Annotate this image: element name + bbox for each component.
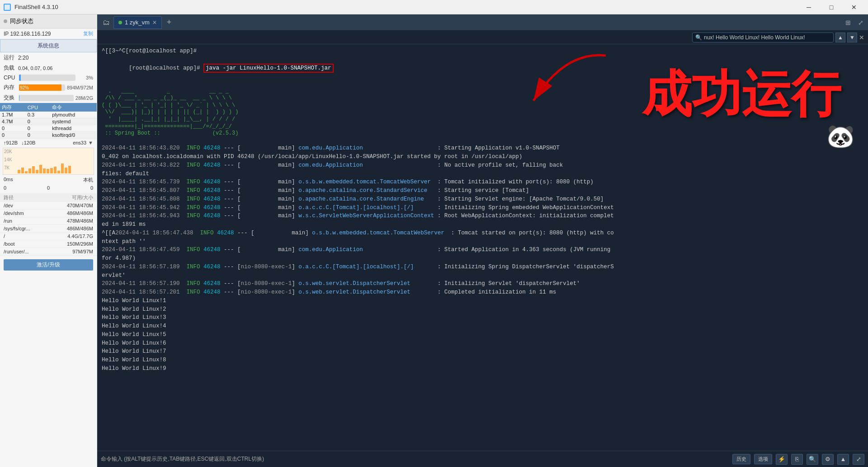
- term-cmd-line: [root@localhost app]# java -jar LinuxHel…: [102, 56, 863, 81]
- copy-icon-button[interactable]: ⎘: [791, 454, 803, 465]
- ping-location: 本机: [83, 177, 93, 183]
- disk-path: /dev: [4, 203, 13, 208]
- expand-icon-button[interactable]: ⤢: [853, 454, 864, 465]
- mem-bar: 92%: [19, 84, 61, 91]
- terminal-content[interactable]: ^[[3~^C[root@localhost app]# [root@local…: [97, 44, 868, 451]
- term-line: ^[[3~^C[root@localhost app]#: [102, 47, 863, 56]
- net-chevron[interactable]: ▼: [88, 140, 93, 145]
- hello-output: Hello World Linux!1 Hello World Linux!2 …: [102, 297, 863, 373]
- disk-avail: 486M/486M: [67, 210, 93, 216]
- ping-val-0: 0: [4, 185, 6, 191]
- proc-header-mem: 内存: [0, 103, 26, 112]
- app-icon: [4, 4, 11, 11]
- maximize-terminal-button[interactable]: ⤢: [855, 17, 866, 28]
- command-input[interactable]: [268, 456, 729, 462]
- tab-connection-dot: [118, 21, 122, 24]
- disk-header-avail: 可用/大小: [72, 194, 93, 201]
- upgrade-button[interactable]: 激活/升级: [4, 259, 93, 271]
- net-up: ↑912B: [4, 140, 18, 145]
- close-button[interactable]: ✕: [844, 0, 864, 14]
- search-bar: 🔍 ▲ ▼ ✕: [97, 31, 868, 44]
- proc-header-cpu: CPU: [26, 103, 51, 112]
- log-line-1: 2024-04-11 18:56:43.820 INFO 46248 --- […: [102, 144, 863, 153]
- log-cont-2: ntext path '': [102, 238, 863, 246]
- disk-row: /dev470M/470M: [0, 202, 97, 210]
- disk-path: /run: [4, 218, 12, 224]
- log-line-8: 2024-04-11 18:56:45.942 INFO 46248 --- […: [102, 204, 863, 212]
- process-row: 4.7M0systemd: [0, 118, 97, 125]
- proc-cmd: kthreadd: [50, 125, 97, 132]
- sidebar: 同步状态 IP 192.168.116.129 复制 系统信息 运行 2:20 …: [0, 14, 97, 467]
- cmd-label: 命令输入 (按ALT键提示历史,TAB键路径,ESC键返回,双击CTRL切换): [101, 455, 264, 463]
- search-icon-button[interactable]: 🔍: [807, 454, 818, 465]
- disk-avail: 470M/470M: [67, 203, 93, 208]
- proc-cpu: 0: [26, 125, 51, 132]
- tab-label: 1 zyk_vm: [125, 19, 150, 26]
- disk-row: /sys/fs/cgr...486M/486M: [0, 225, 97, 233]
- net-bar: [25, 171, 28, 173]
- proc-cmd: systemd: [50, 118, 97, 125]
- terminal-controls: ⊞ ⤢: [843, 17, 866, 28]
- mem-bar-container: 92%: [19, 84, 65, 91]
- disk-row: /boot150M/296M: [0, 240, 97, 248]
- bolt-icon-button[interactable]: ⚡: [776, 454, 788, 465]
- svg-rect-0: [5, 5, 10, 10]
- grid-layout-button[interactable]: ⊞: [843, 17, 854, 28]
- net-bar: [50, 168, 53, 173]
- proc-mem: 0: [0, 125, 26, 132]
- term-command-highlight: java -jar LinuxHello-1.0-SNAPSHOT.jar: [203, 64, 334, 73]
- net-graph: 20K 14K 7K: [3, 148, 94, 175]
- app-title: FinalShell 4.3.10: [14, 4, 58, 10]
- load-label: 负载: [4, 64, 14, 72]
- disk-avail: 97M/97M: [72, 249, 93, 254]
- ping-val-2: 0: [90, 185, 93, 191]
- net-interface: ens33: [73, 140, 86, 145]
- tab-close-button[interactable]: ✕: [152, 19, 157, 26]
- disk-avail: 486M/486M: [67, 226, 93, 231]
- mem-pct: 92%: [19, 85, 29, 90]
- swap-bar-container: [19, 95, 74, 101]
- maximize-button[interactable]: □: [821, 0, 842, 14]
- search-prev-button[interactable]: ▲: [835, 33, 845, 42]
- disk-path: /sys/fs/cgr...: [4, 226, 30, 231]
- uptime-label: 运行: [4, 54, 14, 61]
- load-row: 负载 0.04, 0.07, 0.06: [0, 63, 97, 73]
- settings-icon-button[interactable]: ⚙: [822, 454, 834, 465]
- ping-values-row: 0 0 0: [0, 184, 97, 191]
- up-icon-button[interactable]: ▲: [837, 454, 849, 465]
- tab-home-button[interactable]: 🗂: [99, 16, 113, 29]
- net-bar: [68, 166, 71, 173]
- add-tab-button[interactable]: +: [164, 17, 175, 28]
- sysinfo-button[interactable]: 系统信息: [0, 39, 97, 52]
- log-line-5: 2024-04-11 18:56:45.739 INFO 46248 --- […: [102, 178, 863, 187]
- minimize-button[interactable]: ─: [798, 0, 819, 14]
- disk-row: /4.4G/17.7G: [0, 233, 97, 240]
- net-bar: [36, 170, 38, 173]
- active-tab[interactable]: 1 zyk_vm ✕: [113, 16, 162, 29]
- ip-address: IP 192.168.116.129: [4, 31, 51, 37]
- log-line-11: 2024-04-11 18:56:47.459 INFO 46248 --- […: [102, 246, 863, 254]
- proc-cmd: plymouthd: [50, 112, 97, 118]
- options-button[interactable]: 选项: [754, 454, 772, 464]
- proc-mem: 4.7M: [0, 118, 26, 125]
- disk-row: /run478M/486M: [0, 217, 97, 225]
- net-bar: [18, 170, 20, 173]
- proc-cpu: 0.3: [26, 112, 51, 118]
- net-bar: [61, 163, 64, 173]
- search-close-button[interactable]: ✕: [859, 34, 864, 41]
- log-cont-4: ervlet': [102, 271, 863, 280]
- mem-row: 内存 92% 894M/972M: [0, 82, 97, 93]
- copy-ip-button[interactable]: 复制: [83, 30, 93, 37]
- history-button[interactable]: 历史: [732, 454, 750, 464]
- load-value: 0.04, 0.07, 0.06: [18, 65, 52, 71]
- log-line-6: 2024-04-11 18:56:45.807 INFO 46248 --- […: [102, 187, 863, 195]
- search-input[interactable]: [704, 34, 830, 41]
- log-line-12: 2024-04-11 18:56:57.189 INFO 46248 --- […: [102, 263, 863, 271]
- sync-indicator: [4, 19, 7, 23]
- process-row: 00kthreadd: [0, 125, 97, 132]
- disk-row: /dev/shm486M/486M: [0, 210, 97, 217]
- disk-avail: 4.4G/17.7G: [67, 234, 93, 239]
- net-graph-label-20k: 20K: [4, 149, 12, 154]
- log-line-10: ^[[A2024-04-11 18:56:47.438 INFO 46248 -…: [102, 229, 863, 238]
- search-next-button[interactable]: ▼: [847, 33, 857, 42]
